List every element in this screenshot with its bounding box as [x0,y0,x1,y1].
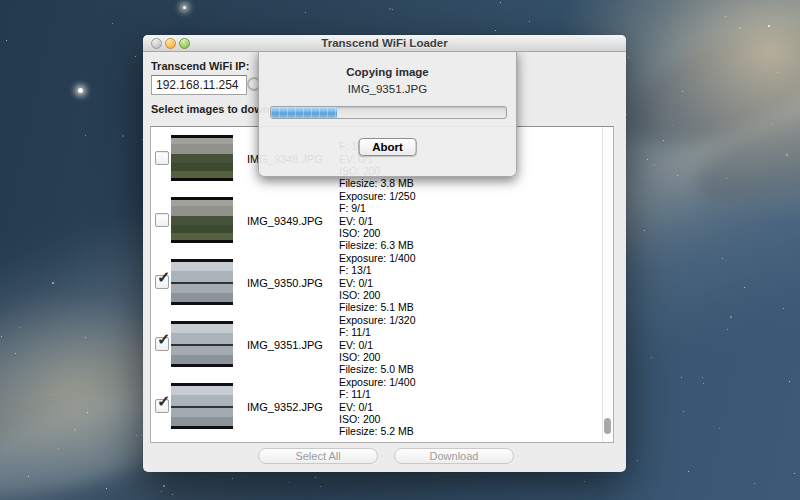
exif-line: ISO: 200 [339,289,415,301]
row-checkbox[interactable]: ✓ [155,337,169,351]
window-title: Transcend WiFi Loader [143,37,626,49]
app-window: Transcend WiFi Loader Transcend WiFi IP:… [143,35,626,472]
exif-line: Filesize: 6.3 MB [339,239,415,251]
exif-line: Exposure: 1/400 [339,376,415,388]
exif-line: EV: 0/1 [339,277,415,289]
abort-button[interactable]: Abort [358,138,417,156]
exif-line: F: 11/1 [339,326,415,338]
image-filename: IMG_9352.JPG [247,401,323,413]
photo-thumbnail [171,197,233,243]
photo-thumbnail [171,383,233,429]
exif-line: Exposure: 1/320 [339,314,415,326]
exif-line: Filesize: 3.8 MB [339,177,414,189]
row-checkbox[interactable]: ✓ [155,275,169,289]
scrollbar-thumb[interactable] [604,418,611,434]
exif-line: F: 13/1 [339,264,415,276]
image-filename: IMG_9349.JPG [247,215,323,227]
bright-star [183,6,186,9]
exif-block: Exposure: 1/250F: 9/1EV: 0/1ISO: 200File… [339,190,415,251]
checkmark-icon: ✓ [157,332,170,348]
photo-thumbnail [171,135,233,181]
title-bar[interactable]: Transcend WiFi Loader [143,35,626,52]
download-button[interactable]: Download [394,448,514,464]
desktop: { "window": { "title": "Transcend WiFi L… [0,0,800,500]
scrollbar-track[interactable] [602,127,613,442]
checkmark-icon: ✓ [157,270,170,286]
photo-thumbnail [171,259,233,305]
exif-line: F: 11/1 [339,388,415,400]
row-checkbox[interactable] [155,151,169,165]
progress-bar [270,106,507,119]
exif-line: EV: 0/1 [339,215,415,227]
ip-input[interactable] [151,75,247,95]
list-item: ✓ IMG_9352.JPG Exposure: 1/400F: 11/1EV:… [151,375,613,437]
galaxy-dust-lane [684,88,800,222]
row-checkbox[interactable]: ✓ [155,399,169,413]
row-checkbox[interactable] [155,213,169,227]
sheet-filename: IMG_9351.JPG [259,83,516,95]
exif-block: Exposure: 1/400F: 11/1EV: 0/1ISO: 200Fil… [339,376,415,437]
exif-line: EV: 0/1 [339,401,415,413]
exif-line: Filesize: 5.0 MB [339,363,415,375]
exif-line: ISO: 200 [339,413,415,425]
sheet-title: Copying image [259,66,516,78]
exif-line: F: 9/1 [339,202,415,214]
image-filename: IMG_9350.JPG [247,277,323,289]
image-filename: IMG_9351.JPG [247,339,323,351]
exif-line: Exposure: 1/250 [339,190,415,202]
list-item: ✓ IMG_9351.JPG Exposure: 1/320F: 11/1EV:… [151,313,613,375]
select-all-button[interactable]: Select All [258,448,378,464]
copy-progress-sheet: Copying image IMG_9351.JPG Abort [258,50,517,177]
list-item: ✓ IMG_9350.JPG Exposure: 1/400F: 13/1EV:… [151,251,613,313]
photo-thumbnail [171,321,233,367]
exif-line: Filesize: 5.2 MB [339,425,415,437]
exif-line: EV: 0/1 [339,339,415,351]
exif-line: ISO: 200 [339,227,415,239]
checkmark-icon: ✓ [157,394,170,410]
bright-star [78,88,83,93]
progress-bar-fill [271,107,337,118]
exif-block: Exposure: 1/400F: 13/1EV: 0/1ISO: 200Fil… [339,252,415,313]
list-item: IMG_9349.JPG Exposure: 1/250F: 9/1EV: 0/… [151,189,613,251]
exif-line: Exposure: 1/400 [339,252,415,264]
galaxy-dust-lane [611,2,800,168]
ip-field-label: Transcend WiFi IP: [151,60,249,72]
exif-line: ISO: 200 [339,351,415,363]
exif-line: Filesize: 5.1 MB [339,301,415,313]
exif-block: Exposure: 1/320F: 11/1EV: 0/1ISO: 200Fil… [339,314,415,375]
